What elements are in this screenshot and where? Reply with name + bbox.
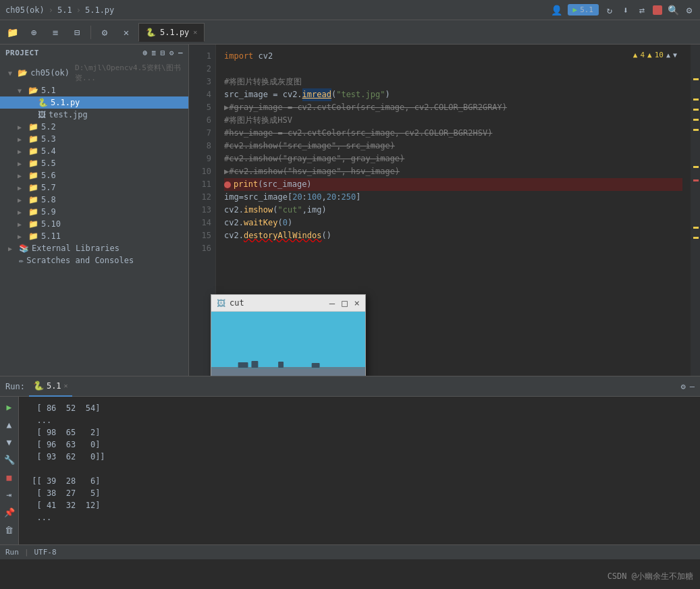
tab-label: 5.1.py <box>160 28 189 37</box>
gutter-mark-3 <box>693 109 699 111</box>
tree-item-test.jpg[interactable]: 🖼 test.jpg <box>0 109 188 121</box>
tree-item-5.11[interactable]: ▶ 📁 5.11 <box>0 230 188 242</box>
rerun-icon[interactable]: ↻ <box>604 5 615 16</box>
tree-label: ch05(ok) <box>30 68 70 78</box>
tree-item-5.8[interactable]: ▶ 📁 5.8 <box>0 194 188 206</box>
run-panel: Run: 🐍 5.1 ✕ ⚙ — ▶ ▲ ▼ 🔧 ■ ⇥ 📌 🗑 [ 86 52… <box>0 376 700 544</box>
tree-item-5.2[interactable]: ▶ 📁 5.2 <box>0 121 188 133</box>
folder-icon[interactable]: 📁 <box>3 23 22 42</box>
folder-closed-icon: 📁 <box>28 231 38 241</box>
code-line-5: ▶ #gray_image = cv2.cvtColor(src_image, … <box>224 101 682 114</box>
sidebar-gear-icon[interactable]: ⚙ <box>169 49 174 57</box>
tree-item-5.10[interactable]: ▶ 📁 5.10 <box>0 218 188 230</box>
sidebar-collapse-icon[interactable]: — <box>178 49 183 57</box>
close-tab-icon[interactable]: ✕ <box>117 23 136 42</box>
tree-item-ch05[interactable]: ▼ 📂 ch05(ok) D:\mjl\Opencv4.5资料\图书资... <box>0 61 188 84</box>
sidebar-list-icon[interactable]: ≡ <box>152 49 157 57</box>
run-pin-icon[interactable]: 📌 <box>2 505 17 520</box>
svg-rect-2 <box>211 368 365 369</box>
code-line-10: ▶ #cv2.imshow("hsv_image", hsv_image) <box>224 165 682 178</box>
tree-label: 5.1.py <box>51 98 80 107</box>
add-icon[interactable]: ⊕ <box>24 23 43 42</box>
run-tab-5.1[interactable]: 🐍 5.1 ✕ <box>29 376 72 397</box>
code-line-16 <box>224 242 682 255</box>
arrow-icon: ▶ <box>18 172 26 179</box>
run-scroll-up-icon[interactable]: ▲ <box>2 417 17 432</box>
run-output-line-3: [ 98 65 2] <box>27 426 692 439</box>
popup-minimize-icon[interactable]: — <box>329 298 335 308</box>
folder-closed-icon: 📁 <box>28 207 38 217</box>
collapse-icon[interactable]: ▼ <box>673 49 677 61</box>
tree-item-5.3[interactable]: ▶ 📁 5.3 <box>0 133 188 145</box>
watermark: CSDN @小幽余生不加糖 <box>608 571 693 582</box>
horizontal-list-icon[interactable]: ⊟ <box>68 23 86 42</box>
run-config[interactable]: ▶ 5.1 <box>568 4 599 16</box>
status-encoding: UTF-8 <box>34 548 57 557</box>
tree-item-5.1.py[interactable]: 🐍 5.1.py <box>0 96 188 109</box>
sidebar-add-icon[interactable]: ⊕ <box>142 49 147 57</box>
run-wrench-icon[interactable]: 🔧 <box>2 452 17 467</box>
run-rerun-icon[interactable]: ▶ <box>2 399 17 414</box>
search-main-icon[interactable]: 🔍 <box>668 5 678 16</box>
title-file: 5.1.py <box>85 5 114 15</box>
update-icon[interactable]: ⬇ <box>620 5 631 16</box>
scratches-icon: ✏ <box>19 256 24 265</box>
arrow-icon: ▶ <box>18 148 26 155</box>
tree-label: test.jpg <box>49 110 88 119</box>
gutter-mark-4 <box>693 119 699 121</box>
toolbar: 📁 ⊕ ≡ ⊟ ⚙ ✕ 🐍 5.1.py ✕ <box>0 20 700 45</box>
popup-titlebar: 🖼 cut — □ × <box>211 295 365 312</box>
arrow-icon: ▶ <box>18 221 26 228</box>
run-collapse-icon[interactable]: — <box>690 382 695 391</box>
popup-close-icon[interactable]: × <box>354 298 360 308</box>
tree-item-5.1[interactable]: ▼ 📂 5.1 <box>0 84 188 96</box>
popup-maximize-icon[interactable]: □ <box>342 298 347 308</box>
expand-icon[interactable]: ▲ <box>666 49 670 61</box>
tree-item-5.6[interactable]: ▶ 📁 5.6 <box>0 169 188 181</box>
run-scroll-down-icon[interactable]: ▼ <box>2 434 17 449</box>
run-output-line-4: [ 96 63 0] <box>27 439 692 451</box>
warn-count: 4 <box>640 49 645 61</box>
tab-file[interactable]: 🐍 5.1.py ✕ <box>138 23 205 42</box>
run-output-line-7: [[ 39 28 6] <box>27 475 692 487</box>
code-line-4: src_image = cv2.imread("test.jpg") <box>224 88 682 101</box>
tree-item-external-libraries[interactable]: ▶ 📚 External Libraries <box>0 242 188 254</box>
run-stop-icon[interactable]: ■ <box>2 470 17 484</box>
tree-item-5.7[interactable]: ▶ 📁 5.7 <box>0 181 188 194</box>
toolbar-separator <box>90 26 91 39</box>
gear-icon[interactable]: ⚙ <box>95 23 114 42</box>
arrow-icon: ▶ <box>18 196 26 204</box>
run-tab-close-icon[interactable]: ✕ <box>64 382 68 389</box>
settings-icon[interactable]: ⚙ <box>684 5 695 16</box>
tree-item-5.9[interactable]: ▶ 📁 5.9 <box>0 206 188 218</box>
account-icon[interactable]: 👤 <box>551 5 562 16</box>
tree-label: 5.10 <box>41 219 61 229</box>
run-python-icon: 🐍 <box>33 381 44 391</box>
sync-icon[interactable]: ⇄ <box>637 5 647 16</box>
tree-item-5.5[interactable]: ▶ 📁 5.5 <box>0 157 188 169</box>
status-sep: | <box>24 548 29 557</box>
tree-label: 5.5 <box>41 159 56 168</box>
run-indent-icon[interactable]: ⇥ <box>2 487 17 502</box>
tab-close-icon[interactable]: ✕ <box>193 28 197 36</box>
run-trash-icon[interactable]: 🗑 <box>2 522 17 537</box>
tree-item-5.4[interactable]: ▶ 📁 5.4 <box>0 145 188 157</box>
sidebar: Project ⊕ ≡ ⊟ ⚙ — ▼ 📂 ch05(ok) D:\mjl\Op… <box>0 45 189 376</box>
sidebar-header-icons: ⊕ ≡ ⊟ ⚙ — <box>142 49 183 57</box>
folder-closed-icon: 📁 <box>28 171 38 180</box>
tree-label: 5.6 <box>41 171 56 180</box>
code-line-13: cv2.imshow("cut",img) <box>224 204 682 217</box>
sidebar-hlist-icon[interactable]: ⊟ <box>161 49 165 57</box>
run-output-line-10: ... <box>27 511 692 524</box>
arrow-icon: ▼ <box>8 69 15 77</box>
code-line-11: print(src_image) <box>224 178 682 191</box>
tree-item-scratches[interactable]: ✏ Scratches and Consoles <box>0 254 188 267</box>
list-icon[interactable]: ≡ <box>46 23 65 42</box>
tree-label: 5.4 <box>41 146 56 156</box>
breakpoint-marker <box>224 181 231 188</box>
run-settings-icon[interactable]: ⚙ <box>681 382 686 391</box>
code-line-8: #cv2.imshow("src_image", src_image) <box>224 140 682 152</box>
svg-rect-4 <box>251 361 258 368</box>
stop-icon[interactable] <box>653 5 662 15</box>
folder-closed-icon: 📁 <box>28 146 38 156</box>
